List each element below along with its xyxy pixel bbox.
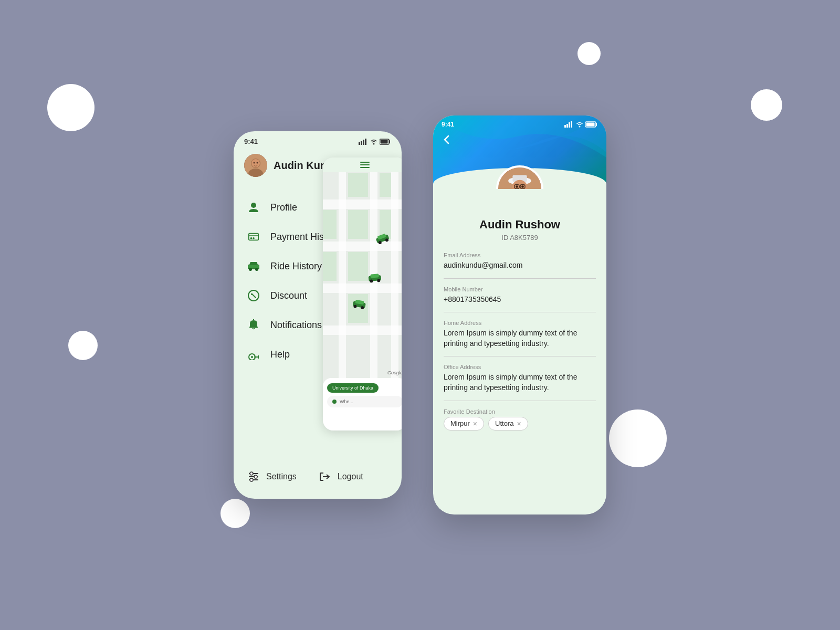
payment-icon (246, 229, 261, 244)
svg-rect-47 (564, 125, 566, 128)
svg-rect-53 (586, 123, 595, 127)
notifications-label: Notifications (270, 320, 322, 331)
svg-rect-37 (249, 327, 258, 328)
email-label: Email Address (444, 252, 596, 258)
mobile-number-field: Mobile Number +8801735350645 (444, 286, 596, 313)
ride-label: Ride History (270, 261, 322, 272)
right-battery-icon (585, 121, 598, 128)
back-button[interactable] (442, 134, 452, 148)
right-phone: 9:41 (433, 116, 606, 514)
email-address-field: Email Address audinkundu@gmail.com (444, 252, 596, 279)
destination-chip: University of Dhaka (327, 383, 379, 393)
home-label: Home Address (444, 320, 596, 326)
email-value: audinkundu@gmail.com (444, 260, 596, 271)
tags-row: Mirpur × Uttora × (444, 417, 596, 430)
svg-point-30 (249, 268, 252, 271)
svg-rect-2 (363, 140, 364, 145)
office-value: Lorem Ipsum is simply dummy text of the … (444, 372, 596, 393)
right-status-bar: 9:41 (433, 116, 606, 131)
avatar-face (244, 154, 267, 177)
svg-point-59 (521, 185, 524, 188)
left-status-bar: 9:41 (234, 131, 402, 150)
logout-label: Logout (338, 472, 363, 481)
left-phone: 9:41 (234, 131, 402, 499)
battery-icon (380, 139, 391, 145)
deco-circle-6 (220, 499, 250, 528)
svg-point-27 (250, 237, 253, 239)
svg-point-12 (257, 162, 258, 164)
svg-point-36 (255, 297, 256, 298)
profile-id: ID A8K5789 (444, 234, 596, 242)
mobile-value: +8801735350645 (444, 295, 596, 305)
svg-rect-49 (569, 122, 570, 128)
office-address-field: Office Address Lorem Ipsum is simply dum… (444, 364, 596, 401)
svg-point-39 (251, 356, 253, 358)
svg-point-45 (250, 478, 253, 481)
car-icon (246, 259, 261, 274)
deco-circle-2 (68, 331, 98, 360)
mobile-label: Mobile Number (444, 286, 596, 292)
input-dot (332, 400, 337, 404)
map-bottom-bar: University of Dhaka Whe... (323, 378, 402, 430)
deco-circle-1 (47, 84, 94, 131)
wifi-icon (370, 139, 377, 145)
logout-icon (318, 469, 332, 484)
settings-action[interactable]: Settings (246, 469, 297, 484)
svg-point-31 (255, 268, 258, 271)
svg-point-51 (579, 126, 581, 128)
settings-icon (246, 469, 261, 484)
home-value: Lorem Ipsum is simply dummy text of the … (444, 328, 596, 349)
right-time: 9:41 (442, 121, 454, 128)
map-preview-header (323, 158, 402, 172)
svg-rect-48 (566, 124, 568, 128)
left-time: 9:41 (244, 138, 258, 145)
hamburger-icon (360, 162, 370, 168)
map-inner: Google University of Dhaka Whe... (323, 158, 402, 430)
back-icon (442, 134, 452, 145)
tag-mirpur-close[interactable]: × (473, 419, 477, 428)
svg-rect-0 (359, 142, 360, 145)
svg-rect-22 (370, 274, 379, 278)
help-label: Help (270, 349, 290, 360)
map-input-label: Whe... (340, 399, 353, 404)
deco-circle-3 (578, 42, 601, 65)
google-watermark: Google (387, 370, 402, 375)
profile-header: 9:41 (433, 116, 606, 189)
right-signal-icon (564, 121, 574, 128)
right-status-icons (564, 121, 598, 128)
map-car-3 (367, 272, 383, 285)
logout-action[interactable]: Logout (318, 469, 363, 484)
tag-uttora-close[interactable]: × (517, 419, 521, 428)
home-address-field: Home Address Lorem Ipsum is simply dummy… (444, 320, 596, 356)
svg-rect-50 (571, 121, 572, 128)
tag-uttora[interactable]: Uttora × (488, 417, 528, 430)
signal-icon (359, 139, 368, 145)
profile-avatar (496, 165, 543, 189)
profile-content: Audin Rushow ID A8K5789 Email Address au… (433, 189, 606, 456)
person-icon (246, 200, 261, 215)
tag-mirpur[interactable]: Mirpur × (444, 417, 484, 430)
svg-point-58 (516, 185, 518, 188)
svg-rect-6 (381, 140, 388, 143)
avatar (244, 154, 267, 177)
map-preview: Google University of Dhaka Whe... (323, 158, 402, 430)
settings-label: Settings (266, 472, 297, 481)
svg-point-11 (254, 162, 255, 164)
discount-icon (246, 288, 261, 303)
discount-label: Discount (270, 290, 307, 301)
map-where-input: Whe... (327, 396, 402, 407)
profile-label: Profile (270, 202, 297, 213)
svg-rect-3 (365, 139, 366, 145)
bottom-actions: Settings Logout (234, 461, 402, 499)
help-icon (246, 347, 261, 362)
favorite-destination-field: Favorite Destination Mirpur × Uttora × (444, 408, 596, 438)
svg-point-43 (250, 472, 253, 475)
map-car-2 (351, 298, 367, 312)
fav-dest-label: Favorite Destination (444, 408, 596, 415)
tag-uttora-label: Uttora (495, 419, 513, 427)
profile-name: Audin Rushow (444, 218, 596, 232)
svg-rect-32 (248, 265, 259, 268)
bell-icon (246, 318, 261, 332)
office-label: Office Address (444, 364, 596, 370)
svg-point-35 (251, 293, 253, 295)
